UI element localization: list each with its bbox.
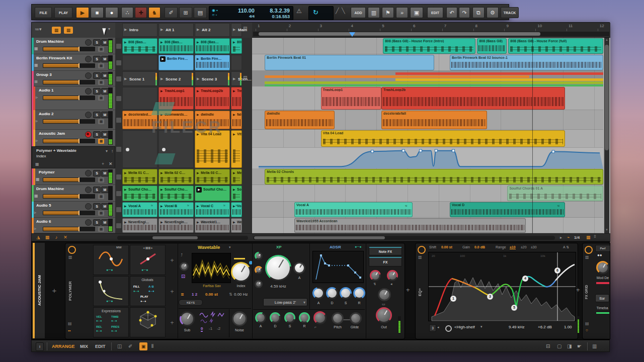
time-value[interactable]: 0:16.553 xyxy=(256,14,290,19)
scene-cell-play-icon[interactable]: ▶ xyxy=(160,77,165,82)
solo-button[interactable]: S xyxy=(93,56,101,62)
adsr-knob-D[interactable] xyxy=(326,287,338,299)
loop-icon[interactable]: ↻ xyxy=(313,9,318,16)
out-knob[interactable] xyxy=(376,307,392,323)
eq-ab-icon[interactable]: A ⇅ xyxy=(563,245,569,249)
record-arm-button[interactable] xyxy=(85,88,92,95)
record-arm-button[interactable] xyxy=(85,39,92,46)
track-stop-button[interactable] xyxy=(116,44,121,49)
filter-mode-dropdown[interactable]: Low-pass 2'▾ xyxy=(263,298,307,306)
arranger-track-lane[interactable]: 808 (Bass G8) - House Force (intro)808 (… xyxy=(252,38,603,54)
arranger-clip[interactable]: Mella 02 Chords xyxy=(265,169,603,185)
automation-curve[interactable] xyxy=(252,148,603,168)
mute-button[interactable]: M xyxy=(101,88,109,95)
scene-cell[interactable]: ▶Scen… xyxy=(231,71,242,86)
launcher-clip[interactable]: ▶Berlin Fire… xyxy=(195,55,230,70)
eq-range-10[interactable]: ±10 xyxy=(510,245,516,249)
freq-mode-icon[interactable]: ⇅ xyxy=(229,292,232,297)
stop-clip-slot[interactable] xyxy=(122,130,157,168)
mute-button[interactable]: M xyxy=(101,112,109,118)
mod-slot-add-0[interactable]: + xyxy=(169,257,176,264)
launcher-h-scrollbar[interactable] xyxy=(117,236,248,240)
launcher-clip[interactable]: ▶decelerated… xyxy=(122,111,157,129)
track-row[interactable]: Audio 2SM▹▦ xyxy=(32,110,115,130)
eq-band-power[interactable] xyxy=(445,325,452,332)
eq-range-30[interactable]: ±30 xyxy=(531,245,537,249)
tool-dropdown-icon[interactable]: ▾ xyxy=(108,27,113,34)
launcher-clip[interactable]: ▶downwards… xyxy=(158,111,194,129)
volume-fader[interactable] xyxy=(43,194,95,199)
lfo-mod-dots[interactable]: ●─● xyxy=(106,268,118,272)
tab-arrange[interactable]: ARRANGE xyxy=(52,344,75,349)
launcher-clip[interactable]: ▶Vocal A≈ xyxy=(122,202,157,217)
adsr-knob-S[interactable] xyxy=(340,287,352,299)
track-name[interactable]: Polymer xyxy=(39,170,82,175)
eq-band-type[interactable]: <High-shelf xyxy=(454,325,475,329)
routing-button[interactable]: ▦ xyxy=(98,211,104,216)
punch-in-icon[interactable]: ╱ xyxy=(336,8,339,14)
routing-button[interactable]: ▦ xyxy=(98,96,104,101)
osc-shape-knob[interactable] xyxy=(180,262,189,271)
track-stop-button[interactable] xyxy=(116,96,121,101)
track-row[interactable]: Audio 1SM▹▦ xyxy=(32,86,115,110)
track-name[interactable]: Audio 5 xyxy=(36,203,79,208)
solo-button[interactable]: S xyxy=(93,219,101,226)
arranger-clip[interactable]: dwindle xyxy=(265,111,335,129)
track-stop-button[interactable] xyxy=(116,207,121,212)
track-name[interactable]: Audio 2 xyxy=(39,112,82,117)
track-row[interactable]: Acoustic JamSM▹▦ xyxy=(32,130,115,146)
ab-label[interactable]: A◦B xyxy=(148,285,159,289)
launcher-h-scroll-thumb[interactable] xyxy=(152,236,198,239)
edit-menu-button[interactable]: EDIT xyxy=(427,7,443,18)
filter-env-knob[interactable] xyxy=(255,266,263,274)
noise-knob[interactable] xyxy=(232,311,247,326)
arranger-clip[interactable]: deceleratefall xyxy=(381,111,487,129)
mute-button[interactable]: M xyxy=(101,203,109,210)
pen-panel-icon[interactable]: ✐ xyxy=(128,343,132,349)
fx-send1-knob[interactable] xyxy=(370,270,381,281)
volume-fader[interactable] xyxy=(43,119,95,124)
eq-shift-value[interactable]: 0.00 st xyxy=(441,245,452,249)
wavetable-display[interactable] xyxy=(192,253,231,283)
mixer-panel-icon[interactable]: ⫴ xyxy=(151,343,153,349)
wt-selector-mini[interactable]: ◂ ▮▮▮ ▸ xyxy=(138,246,157,250)
volume-fader[interactable] xyxy=(43,211,95,215)
arranger-track-lane[interactable]: TrashLoop1TrashLoop2b xyxy=(252,86,603,110)
track-stop-button[interactable] xyxy=(116,191,121,196)
volume-fader[interactable] xyxy=(43,63,95,68)
launcher-clip[interactable]: ▶TrashLoop2b xyxy=(195,87,230,110)
duplicate-button[interactable]: ⧉ xyxy=(472,7,485,18)
launcher-clip[interactable]: ▶Soulful Cho… xyxy=(158,186,194,201)
track-row[interactable]: Audio 6SM▹▦ xyxy=(32,218,115,233)
launcher-clip[interactable]: ▶Mella 01 C… xyxy=(122,169,157,185)
voices-value[interactable]: 1 2 xyxy=(192,292,197,297)
scene-cell[interactable]: ▶Scene 2 xyxy=(158,71,194,86)
track-name[interactable]: Acoustic Jam xyxy=(39,131,82,136)
solo-button[interactable]: S xyxy=(93,187,101,193)
volume-fader[interactable] xyxy=(43,96,95,100)
arranger-clip[interactable]: Vocal A≈ xyxy=(294,202,413,217)
fx-send2-knob[interactable] xyxy=(387,270,398,281)
launcher-clip[interactable]: ▶Soulful Cho… xyxy=(122,186,157,201)
play-label[interactable]: PLAY xyxy=(140,295,151,299)
wavetable-name[interactable]: Farfisa Sax xyxy=(193,284,231,288)
scene-cell-play-icon[interactable]: ▶ xyxy=(197,77,201,82)
routing-button[interactable]: ▦ xyxy=(98,177,104,183)
follow-playhead-button[interactable]: » xyxy=(396,7,408,18)
filter-env-knob-S[interactable] xyxy=(284,312,295,323)
layered-edit-button[interactable]: ▤ xyxy=(194,7,207,18)
osc-freq-value[interactable]: 0.00 Hz xyxy=(234,292,248,297)
eq-type-arrow-icon[interactable]: ▾ xyxy=(480,325,482,329)
track-stop-button[interactable] xyxy=(116,223,121,228)
sub-wave-icons[interactable] xyxy=(199,312,227,324)
launcher-clip[interactable]: ▶808 (Bas… xyxy=(122,38,157,54)
filter-mod-knob[interactable] xyxy=(255,280,263,288)
track-name[interactable]: Drum Machine xyxy=(36,187,79,192)
arranger-clip[interactable]: Soulful Chords 01 A xyxy=(507,186,603,201)
empty-clip-slot[interactable] xyxy=(231,55,242,70)
fill-label[interactable]: FILL xyxy=(133,285,143,289)
record-arm-button[interactable] xyxy=(85,112,92,118)
routing-button[interactable]: ▦ xyxy=(98,63,104,68)
filter-keytrack-knob[interactable] xyxy=(255,252,263,260)
dual-view-icon[interactable]: ◫ xyxy=(117,343,122,349)
